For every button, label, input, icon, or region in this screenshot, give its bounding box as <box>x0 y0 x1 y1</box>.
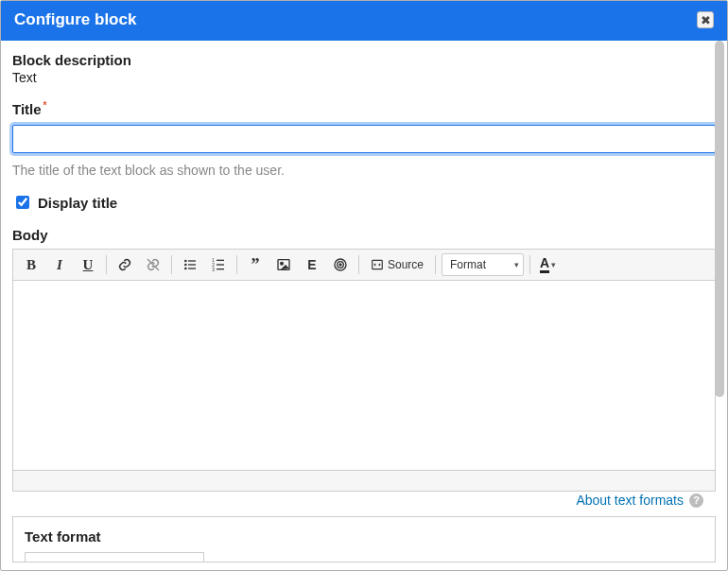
rich-text-editor: B I U 123 ” <box>12 249 716 492</box>
toolbar-separator <box>106 255 107 274</box>
italic-button[interactable]: I <box>47 253 72 276</box>
svg-point-3 <box>184 264 187 267</box>
number-list-button[interactable]: 123 <box>206 253 231 276</box>
block-description-section: Block description Text <box>12 52 716 85</box>
svg-rect-4 <box>188 264 196 265</box>
title-label-text: Title <box>12 101 42 117</box>
svg-point-17 <box>339 264 341 266</box>
required-indicator: * <box>43 100 47 111</box>
toolbar-separator <box>529 255 530 274</box>
close-icon: ✖ <box>701 14 711 26</box>
dialog-body: Block description Text Title* The title … <box>1 41 727 570</box>
text-format-panel: About text formats ? Text format <box>12 516 716 562</box>
help-icon[interactable]: ? <box>689 493 703 508</box>
close-button[interactable]: ✖ <box>697 11 714 28</box>
svg-point-5 <box>184 268 187 270</box>
number-list-icon: 123 <box>211 257 226 272</box>
toolbar-separator <box>358 255 359 274</box>
title-label: Title* <box>12 100 716 117</box>
svg-rect-2 <box>188 260 196 261</box>
bold-button[interactable]: B <box>19 253 43 276</box>
svg-rect-12 <box>217 268 224 269</box>
svg-rect-6 <box>188 268 196 268</box>
e-button[interactable]: E <box>300 253 324 276</box>
about-text-formats-link[interactable]: About text formats <box>576 493 684 508</box>
bullet-list-icon <box>182 257 198 272</box>
format-dropdown[interactable]: Format ▾ <box>442 253 524 276</box>
text-color-button[interactable]: A ▾ <box>536 253 560 276</box>
underline-icon: U <box>83 257 94 273</box>
toolbar-separator <box>236 255 237 274</box>
vertical-scrollbar[interactable] <box>714 41 725 564</box>
block-description-label: Block description <box>12 52 716 68</box>
link-button[interactable] <box>113 253 137 276</box>
e-icon: E <box>307 257 316 272</box>
svg-text:3: 3 <box>212 268 215 272</box>
body-label: Body <box>12 227 716 243</box>
svg-rect-8 <box>217 260 224 261</box>
bullet-list-button[interactable] <box>178 253 202 276</box>
svg-rect-10 <box>217 264 224 265</box>
embed-icon <box>333 257 348 272</box>
format-label: Format <box>450 258 486 271</box>
image-button[interactable] <box>271 253 296 276</box>
title-helper-text: The title of the text block as shown to … <box>12 163 716 178</box>
scrollbar-thumb[interactable] <box>715 41 724 397</box>
toolbar-separator <box>171 255 172 274</box>
source-code-icon <box>371 258 384 271</box>
blockquote-icon: ” <box>251 256 260 273</box>
svg-point-14 <box>281 262 284 265</box>
link-icon <box>117 257 132 272</box>
title-section: Title* The title of the text block as sh… <box>12 100 716 178</box>
bold-icon: B <box>26 257 36 273</box>
toolbar-separator <box>435 255 436 274</box>
svg-point-1 <box>184 260 187 263</box>
title-input[interactable] <box>12 125 716 153</box>
text-color-icon: A <box>540 256 549 273</box>
display-title-checkbox[interactable] <box>16 196 29 209</box>
chevron-down-icon: ▾ <box>551 260 556 269</box>
italic-icon: I <box>57 257 62 273</box>
dialog-header: Configure block ✖ <box>1 1 727 41</box>
source-button[interactable]: Source <box>365 253 429 276</box>
text-format-select[interactable] <box>25 552 204 562</box>
underline-button[interactable]: U <box>76 253 100 276</box>
image-icon <box>276 257 291 272</box>
unlink-button[interactable] <box>141 253 165 276</box>
blockquote-button[interactable]: ” <box>243 253 268 276</box>
editor-statusbar <box>13 470 715 491</box>
source-label: Source <box>388 258 424 271</box>
dialog-title: Configure block <box>14 10 136 29</box>
unlink-icon <box>146 257 161 272</box>
editor-toolbar: B I U 123 ” <box>13 250 715 281</box>
embed-button[interactable] <box>328 253 353 276</box>
display-title-label[interactable]: Display title <box>38 195 117 211</box>
body-editor-area[interactable] <box>13 281 715 470</box>
block-description-value: Text <box>12 70 716 85</box>
text-format-label: Text format <box>25 528 703 545</box>
body-section: Body B I U 123 <box>12 227 716 492</box>
chevron-down-icon: ▾ <box>514 260 519 269</box>
about-text-formats: About text formats ? <box>576 493 703 508</box>
display-title-row: Display title <box>12 193 716 212</box>
